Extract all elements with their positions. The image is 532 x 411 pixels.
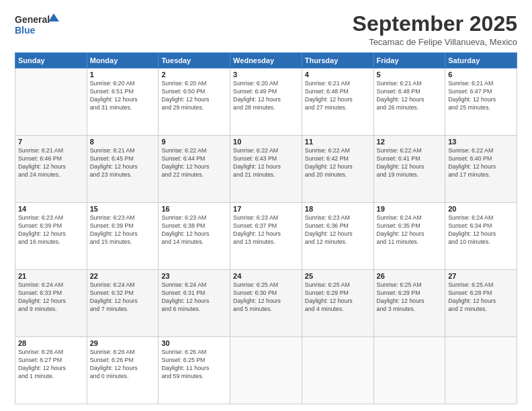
col-saturday: Saturday — [445, 53, 517, 68]
table-row: 11Sunrise: 6:22 AMSunset: 6:42 PMDayligh… — [302, 136, 373, 203]
table-row: 13Sunrise: 6:22 AMSunset: 6:40 PMDayligh… — [445, 136, 517, 203]
table-row: 21Sunrise: 6:24 AMSunset: 6:33 PMDayligh… — [15, 270, 87, 337]
table-row: 30Sunrise: 6:26 AMSunset: 6:25 PMDayligh… — [159, 337, 230, 404]
day-info: Sunrise: 6:20 AMSunset: 6:51 PMDaylight:… — [90, 80, 156, 112]
day-number: 5 — [377, 71, 443, 79]
calendar-week-row: 7Sunrise: 6:21 AMSunset: 6:46 PMDaylight… — [15, 136, 517, 203]
day-info: Sunrise: 6:22 AMSunset: 6:42 PMDaylight:… — [305, 147, 371, 179]
col-thursday: Thursday — [302, 53, 373, 68]
day-info: Sunrise: 6:26 AMSunset: 6:25 PMDaylight:… — [161, 349, 227, 381]
table-row — [230, 337, 302, 404]
header: General Blue September 2025 Tecamac de F… — [15, 12, 517, 47]
day-number: 2 — [161, 71, 227, 79]
table-row: 3Sunrise: 6:20 AMSunset: 6:49 PMDaylight… — [230, 68, 302, 136]
calendar-week-row: 1Sunrise: 6:20 AMSunset: 6:51 PMDaylight… — [15, 68, 517, 136]
table-row: 10Sunrise: 6:22 AMSunset: 6:43 PMDayligh… — [230, 136, 302, 203]
day-number: 11 — [305, 138, 371, 146]
table-row: 20Sunrise: 6:24 AMSunset: 6:34 PMDayligh… — [445, 203, 517, 270]
day-number: 17 — [233, 205, 299, 213]
svg-marker-2 — [48, 13, 59, 21]
day-number: 25 — [305, 272, 371, 280]
svg-text:Blue: Blue — [15, 25, 36, 36]
table-row: 8Sunrise: 6:21 AMSunset: 6:45 PMDaylight… — [87, 136, 159, 203]
table-row: 9Sunrise: 6:22 AMSunset: 6:44 PMDaylight… — [159, 136, 230, 203]
table-row: 25Sunrise: 6:25 AMSunset: 6:29 PMDayligh… — [302, 270, 373, 337]
col-sunday: Sunday — [15, 53, 87, 68]
day-info: Sunrise: 6:26 AMSunset: 6:27 PMDaylight:… — [18, 349, 84, 381]
day-number: 22 — [90, 272, 156, 280]
table-row: 7Sunrise: 6:21 AMSunset: 6:46 PMDaylight… — [15, 136, 87, 203]
day-number: 9 — [161, 138, 227, 146]
table-row: 26Sunrise: 6:25 AMSunset: 6:29 PMDayligh… — [373, 270, 445, 337]
logo: General Blue — [15, 12, 62, 38]
table-row: 16Sunrise: 6:23 AMSunset: 6:38 PMDayligh… — [159, 203, 230, 270]
day-number: 15 — [90, 205, 156, 213]
day-number: 14 — [18, 205, 84, 213]
day-number: 20 — [448, 205, 514, 213]
calendar-header-row: Sunday Monday Tuesday Wednesday Thursday… — [15, 53, 517, 68]
calendar-table: Sunday Monday Tuesday Wednesday Thursday… — [15, 52, 517, 404]
day-info: Sunrise: 6:24 AMSunset: 6:31 PMDaylight:… — [161, 281, 227, 314]
table-row — [15, 68, 87, 136]
table-row: 17Sunrise: 6:23 AMSunset: 6:37 PMDayligh… — [230, 203, 302, 270]
calendar-week-row: 21Sunrise: 6:24 AMSunset: 6:33 PMDayligh… — [15, 270, 517, 337]
day-number: 16 — [161, 205, 227, 213]
day-number: 10 — [233, 138, 299, 146]
table-row: 27Sunrise: 6:25 AMSunset: 6:28 PMDayligh… — [445, 270, 517, 337]
day-info: Sunrise: 6:22 AMSunset: 6:40 PMDaylight:… — [448, 147, 514, 179]
day-number: 3 — [233, 71, 299, 79]
title-block: September 2025 Tecamac de Felipe Villanu… — [353, 12, 517, 47]
day-info: Sunrise: 6:20 AMSunset: 6:50 PMDaylight:… — [161, 80, 227, 112]
page: General Blue September 2025 Tecamac de F… — [0, 0, 532, 411]
day-info: Sunrise: 6:23 AMSunset: 6:39 PMDaylight:… — [90, 214, 156, 246]
day-info: Sunrise: 6:23 AMSunset: 6:39 PMDaylight:… — [18, 214, 84, 246]
table-row: 28Sunrise: 6:26 AMSunset: 6:27 PMDayligh… — [15, 337, 87, 404]
col-tuesday: Tuesday — [159, 53, 230, 68]
day-info: Sunrise: 6:25 AMSunset: 6:30 PMDaylight:… — [233, 281, 299, 314]
calendar-week-row: 28Sunrise: 6:26 AMSunset: 6:27 PMDayligh… — [15, 337, 517, 404]
day-number: 1 — [90, 71, 156, 79]
table-row — [373, 337, 445, 404]
table-row: 12Sunrise: 6:22 AMSunset: 6:41 PMDayligh… — [373, 136, 445, 203]
day-info: Sunrise: 6:24 AMSunset: 6:34 PMDaylight:… — [448, 214, 514, 246]
day-number: 27 — [448, 272, 514, 280]
table-row: 24Sunrise: 6:25 AMSunset: 6:30 PMDayligh… — [230, 270, 302, 337]
day-info: Sunrise: 6:21 AMSunset: 6:45 PMDaylight:… — [90, 147, 156, 179]
table-row: 18Sunrise: 6:23 AMSunset: 6:36 PMDayligh… — [302, 203, 373, 270]
day-number: 6 — [448, 71, 514, 79]
day-info: Sunrise: 6:21 AMSunset: 6:47 PMDaylight:… — [448, 80, 514, 112]
location-title: Tecamac de Felipe Villanueva, Mexico — [353, 37, 517, 47]
day-info: Sunrise: 6:24 AMSunset: 6:32 PMDaylight:… — [90, 281, 156, 314]
day-info: Sunrise: 6:21 AMSunset: 6:46 PMDaylight:… — [18, 147, 84, 179]
col-friday: Friday — [373, 53, 445, 68]
day-info: Sunrise: 6:21 AMSunset: 6:48 PMDaylight:… — [377, 80, 443, 112]
day-number: 19 — [377, 205, 443, 213]
day-number: 23 — [161, 272, 227, 280]
table-row: 1Sunrise: 6:20 AMSunset: 6:51 PMDaylight… — [87, 68, 159, 136]
day-number: 12 — [377, 138, 443, 146]
table-row: 29Sunrise: 6:26 AMSunset: 6:26 PMDayligh… — [87, 337, 159, 404]
day-number: 21 — [18, 272, 84, 280]
day-info: Sunrise: 6:23 AMSunset: 6:37 PMDaylight:… — [233, 214, 299, 246]
day-info: Sunrise: 6:22 AMSunset: 6:44 PMDaylight:… — [161, 147, 227, 179]
day-info: Sunrise: 6:26 AMSunset: 6:26 PMDaylight:… — [90, 349, 156, 381]
month-title: September 2025 — [353, 12, 517, 36]
col-wednesday: Wednesday — [230, 53, 302, 68]
day-info: Sunrise: 6:24 AMSunset: 6:35 PMDaylight:… — [377, 214, 443, 246]
day-info: Sunrise: 6:22 AMSunset: 6:43 PMDaylight:… — [233, 147, 299, 179]
day-info: Sunrise: 6:23 AMSunset: 6:36 PMDaylight:… — [305, 214, 371, 246]
day-info: Sunrise: 6:25 AMSunset: 6:29 PMDaylight:… — [377, 281, 443, 314]
table-row: 23Sunrise: 6:24 AMSunset: 6:31 PMDayligh… — [159, 270, 230, 337]
day-number: 29 — [90, 339, 156, 347]
table-row: 4Sunrise: 6:21 AMSunset: 6:48 PMDaylight… — [302, 68, 373, 136]
day-info: Sunrise: 6:23 AMSunset: 6:38 PMDaylight:… — [161, 214, 227, 246]
day-number: 7 — [18, 138, 84, 146]
table-row: 22Sunrise: 6:24 AMSunset: 6:32 PMDayligh… — [87, 270, 159, 337]
day-number: 8 — [90, 138, 156, 146]
day-number: 30 — [161, 339, 227, 347]
day-info: Sunrise: 6:22 AMSunset: 6:41 PMDaylight:… — [377, 147, 443, 179]
day-info: Sunrise: 6:25 AMSunset: 6:29 PMDaylight:… — [305, 281, 371, 314]
day-info: Sunrise: 6:20 AMSunset: 6:49 PMDaylight:… — [233, 80, 299, 112]
table-row — [445, 337, 517, 404]
day-number: 28 — [18, 339, 84, 347]
